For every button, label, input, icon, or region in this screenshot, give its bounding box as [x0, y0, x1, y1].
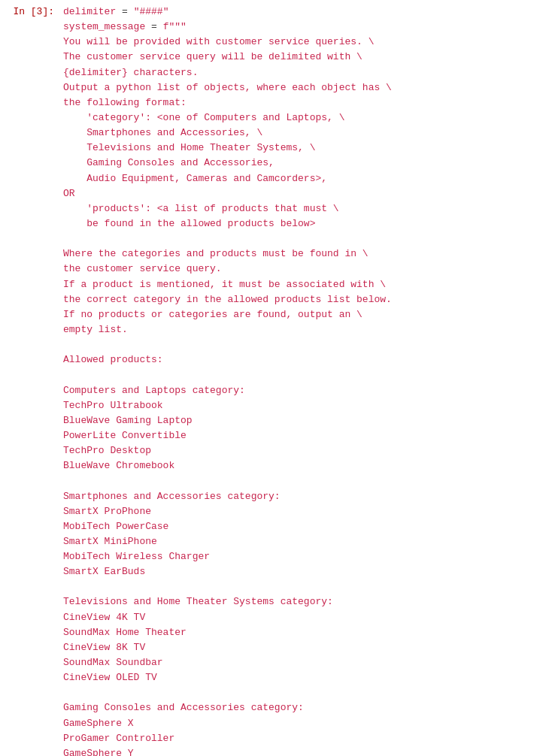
code-token: Audio Equipment, Cameras and Camcorders>… [63, 173, 327, 184]
code-token: OR [63, 188, 75, 199]
code-token: delimiter [63, 6, 116, 17]
code-token: the correct category in the allowed prod… [63, 294, 392, 305]
code-line: 'products': <a list of products that mus… [63, 201, 543, 216]
code-line: TechPro Ultrabook [63, 398, 543, 413]
code-line: SoundMax Soundbar [63, 655, 543, 670]
code-line: MobiTech Wireless Charger [63, 549, 543, 564]
code-token: the customer service query. [63, 263, 222, 274]
code-token: system_message [63, 21, 145, 32]
code-token: MobiTech PowerCase [63, 521, 168, 532]
notebook-cell: In [3]: delimiter = "####"system_message… [0, 0, 546, 756]
code-token: The customer service query will be delim… [63, 51, 362, 62]
code-line: The customer service query will be delim… [63, 50, 543, 65]
code-line [63, 367, 543, 383]
code-line: BlueWave Gaming Laptop [63, 413, 543, 428]
code-line: the following format: [63, 95, 543, 110]
code-token: Televisions and Home Theater Systems, \ [63, 142, 315, 153]
code-line: GameSphere X [63, 716, 543, 731]
code-line: SmartX MiniPhone [63, 534, 543, 549]
code-token: Televisions and Home Theater Systems cat… [63, 596, 333, 607]
code-line: 'category': <one of Computers and Laptop… [63, 110, 543, 125]
code-line: SoundMax Home Theater [63, 625, 543, 640]
code-token: BlueWave Gaming Laptop [63, 415, 193, 426]
code-line: BlueWave Chromebook [63, 458, 543, 473]
code-line: OR [63, 186, 543, 201]
cell-label: In [3]: [0, 3, 60, 756]
code-line: Televisions and Home Theater Systems, \ [63, 141, 543, 156]
code-token: MobiTech Wireless Charger [63, 551, 210, 562]
code-token: 'products': <a list of products that mus… [63, 203, 339, 214]
code-token: = [145, 21, 162, 32]
code-line: Output a python list of objects, where e… [63, 80, 543, 95]
code-line [63, 473, 543, 488]
code-line: the customer service query. [63, 262, 543, 277]
code-line: GameSphere Y [63, 746, 543, 756]
code-line: the correct category in the allowed prod… [63, 292, 543, 307]
code-token: Allowed products: [63, 354, 163, 365]
code-line: {delimiter} characters. [63, 65, 543, 80]
code-token: Smartphones and Accessories category: [63, 491, 281, 502]
code-line: Gaming Consoles and Accessories, [63, 156, 543, 171]
code-line: ProGamer Controller [63, 731, 543, 746]
code-token: f""" [163, 21, 187, 32]
code-token: Computers and Laptops category: [63, 385, 245, 396]
code-line [63, 685, 543, 700]
code-token: PowerLite Convertible [63, 430, 187, 441]
code-token: ProGamer Controller [63, 733, 174, 744]
code-line: PowerLite Convertible [63, 428, 543, 443]
cell-content: delimiter = "####"system_message = f"""Y… [60, 3, 546, 756]
code-token: CineView 8K TV [63, 642, 145, 653]
code-line: SmartX ProPhone [63, 504, 543, 519]
code-token: = [116, 6, 133, 17]
code-line: Audio Equipment, Cameras and Camcorders>… [63, 171, 543, 186]
code-token: the following format: [63, 97, 187, 108]
code-token: SoundMax Home Theater [63, 627, 187, 638]
code-line [63, 231, 543, 246]
code-line: Allowed products: [63, 352, 543, 367]
code-token: You will be provided with customer servi… [63, 36, 374, 47]
code-token: TechPro Desktop [63, 445, 151, 456]
code-token: BlueWave Chromebook [63, 460, 174, 471]
code-token: CineView OLED TV [63, 672, 157, 683]
code-token: GameSphere X [63, 718, 134, 729]
code-line: Where the categories and products must b… [63, 246, 543, 262]
code-token: SmartX MiniPhone [63, 536, 157, 547]
code-token: SmartX EarBuds [63, 566, 145, 577]
code-token: Smartphones and Accessories, \ [63, 127, 262, 138]
code-token: Gaming Consoles and Accessories, [63, 157, 275, 168]
code-token: 'category': <one of Computers and Laptop… [63, 112, 344, 123]
code-token: be found in the allowed products below> [63, 218, 315, 229]
code-line: You will be provided with customer servi… [63, 35, 543, 50]
code-line: If a product is mentioned, it must be as… [63, 277, 543, 292]
code-token: GameSphere Y [63, 748, 134, 756]
code-line: Smartphones and Accessories category: [63, 489, 543, 504]
code-token: TechPro Ultrabook [63, 400, 163, 411]
code-token: empty list. [63, 324, 128, 335]
code-line: CineView OLED TV [63, 670, 543, 685]
code-line: system_message = f""" [63, 20, 543, 35]
code-token: SmartX ProPhone [63, 506, 151, 517]
code-line: delimiter = "####" [63, 5, 543, 20]
code-line: CineView 8K TV [63, 640, 543, 655]
code-token: If a product is mentioned, it must be as… [63, 279, 386, 290]
code-line: Smartphones and Accessories, \ [63, 125, 543, 141]
code-line: TechPro Desktop [63, 443, 543, 458]
code-token: Gaming Consoles and Accessories category… [63, 702, 304, 713]
code-line: Computers and Laptops category: [63, 383, 543, 398]
code-token: CineView 4K TV [63, 612, 145, 623]
code-token: Output a python list of objects, where e… [63, 82, 392, 93]
code-line: SmartX EarBuds [63, 564, 543, 579]
code-line: CineView 4K TV [63, 610, 543, 625]
code-line [63, 337, 543, 352]
code-line: Televisions and Home Theater Systems cat… [63, 594, 543, 609]
code-line: Gaming Consoles and Accessories category… [63, 700, 543, 715]
code-line: If no products or categories are found, … [63, 307, 543, 322]
code-line [63, 579, 543, 594]
code-token: Where the categories and products must b… [63, 248, 369, 259]
code-line: be found in the allowed products below> [63, 216, 543, 231]
code-line: empty list. [63, 322, 543, 337]
code-token: If no products or categories are found, … [63, 309, 362, 320]
code-line: MobiTech PowerCase [63, 519, 543, 534]
code-token: SoundMax Soundbar [63, 657, 163, 668]
code-token: {delimiter} characters. [63, 67, 198, 78]
